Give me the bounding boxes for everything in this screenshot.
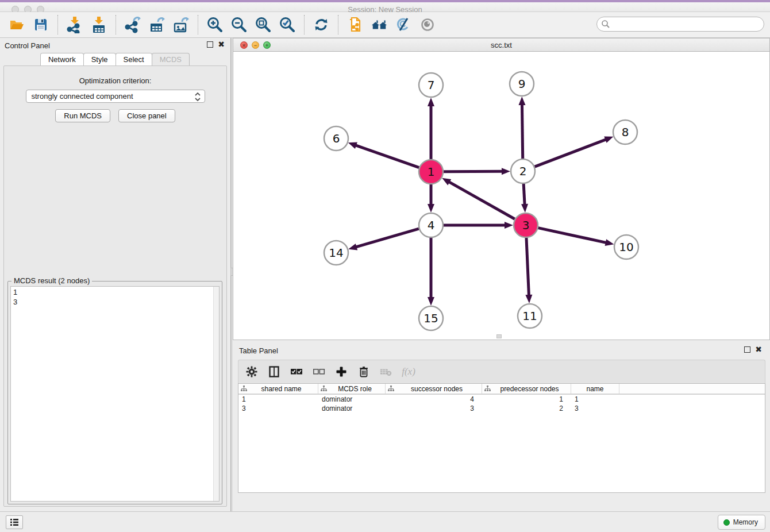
search-icon: [601, 20, 610, 29]
table-cell[interactable]: 2: [482, 404, 571, 413]
toolbar-separator: [338, 15, 338, 34]
network-view-window: × − + scc.txt 1234678910111415: [233, 38, 770, 340]
memory-button[interactable]: Memory: [718, 515, 765, 530]
network-window-title: scc.txt: [233, 41, 769, 49]
zoom-out-icon[interactable]: [230, 16, 248, 33]
column-header-shared-name[interactable]: shared name: [238, 384, 318, 394]
graph-edge-1-6[interactable]: [356, 145, 419, 168]
graph-edge-2-8[interactable]: [535, 140, 606, 167]
table-cell[interactable]: 3: [238, 404, 318, 413]
graph-arrowhead: [428, 204, 434, 213]
graph-arrowhead: [347, 244, 357, 253]
column-type-icon: [241, 385, 247, 392]
tab-mcds[interactable]: MCDS: [152, 53, 190, 65]
delete-icon[interactable]: [357, 365, 370, 378]
toolbar-separator: [57, 15, 58, 34]
table-cell[interactable]: dominator: [318, 395, 386, 403]
select-stepper-icon: [194, 92, 201, 102]
graph-edge-1-2[interactable]: [444, 171, 502, 172]
zoom-fit-icon[interactable]: [255, 16, 272, 33]
search-input[interactable]: [596, 17, 764, 32]
export-network-icon[interactable]: [124, 16, 141, 33]
tab-style[interactable]: Style: [83, 53, 116, 65]
column-header-successor-nodes[interactable]: successor nodes: [386, 384, 482, 394]
table-cell[interactable]: dominator: [318, 404, 386, 413]
app-titlebar: Session: New Session: [0, 0, 770, 12]
graph-edge-2-9[interactable]: [522, 105, 522, 159]
close-table-panel-icon[interactable]: ✖: [755, 346, 762, 353]
settings-gear-icon[interactable]: [245, 365, 258, 378]
graph-edge-3-1[interactable]: [449, 182, 514, 219]
column-header-MCDS-role[interactable]: MCDS role: [318, 384, 386, 394]
result-scrollbar[interactable]: [213, 287, 219, 501]
zoom-selected-icon[interactable]: [279, 16, 296, 33]
export-table-icon[interactable]: [148, 16, 165, 33]
deselect-all-icon[interactable]: [313, 365, 325, 378]
save-session-icon[interactable]: [32, 16, 49, 33]
list-icon: [10, 518, 19, 526]
network-window-titlebar[interactable]: × − + scc.txt: [233, 38, 769, 52]
canvas-resize-grip[interactable]: [496, 334, 502, 338]
delete-table-icon: [380, 365, 392, 378]
graph-node-label: 4: [428, 218, 435, 232]
tab-select[interactable]: Select: [116, 53, 152, 65]
new-network-from-selection-icon[interactable]: [346, 16, 364, 33]
tab-network[interactable]: Network: [40, 53, 84, 65]
table-cell[interactable]: 3: [571, 404, 619, 413]
column-header-label: predecessor nodes: [491, 385, 568, 393]
float-table-panel-icon[interactable]: [744, 346, 750, 353]
zoom-in-icon[interactable]: [206, 16, 224, 33]
table-header-row[interactable]: shared nameMCDS rolesuccessor nodesprede…: [238, 384, 765, 395]
graph-edge-3-10[interactable]: [538, 228, 606, 243]
column-header-predecessor-nodes[interactable]: predecessor nodes: [482, 384, 571, 394]
add-icon[interactable]: [335, 365, 348, 378]
table-cell[interactable]: 3: [386, 404, 482, 413]
column-header-label: MCDS role: [327, 385, 383, 393]
graph-edge-3-11[interactable]: [526, 238, 529, 295]
graph-node-label: 7: [428, 78, 435, 92]
memory-status-icon: [723, 519, 730, 526]
select-all-icon[interactable]: [290, 365, 303, 378]
node-table[interactable]: shared nameMCDS rolesuccessor nodesprede…: [238, 383, 765, 493]
table-cell[interactable]: 1: [482, 395, 571, 403]
mcds-tab-content: Optimization criterion: strongly connect…: [3, 65, 227, 507]
open-session-icon[interactable]: [8, 16, 25, 33]
table-row[interactable]: 3dominator323: [238, 404, 765, 413]
toggle-columns-icon[interactable]: [268, 365, 280, 378]
graph-node-label: 1: [428, 165, 435, 179]
graph-node-label: 14: [329, 246, 343, 260]
table-cell[interactable]: 4: [386, 395, 482, 403]
table-row[interactable]: 1dominator411: [238, 395, 765, 404]
refresh-icon[interactable]: [313, 16, 330, 33]
main-toolbar: [0, 12, 770, 38]
export-image-icon[interactable]: [172, 16, 190, 33]
table-cell[interactable]: 1: [238, 395, 318, 403]
graph-node-label: 8: [622, 125, 629, 139]
graph-edge-4-14[interactable]: [356, 229, 419, 247]
graph-node-label: 9: [518, 77, 526, 91]
show-graphics-details-icon[interactable]: [395, 16, 412, 33]
import-network-icon[interactable]: [66, 16, 83, 33]
graph-edge-2-3[interactable]: [523, 184, 525, 205]
eye-icon: [419, 16, 436, 33]
first-neighbors-icon[interactable]: [371, 16, 388, 33]
table-cell[interactable]: 1: [571, 395, 619, 403]
mcds-result-textarea[interactable]: 1 3: [10, 286, 220, 502]
graph-node-label: 6: [333, 132, 340, 145]
optimization-criterion-select[interactable]: strongly connected component: [26, 90, 205, 103]
network-graph[interactable]: 1234678910111415: [233, 52, 769, 340]
column-header-name[interactable]: name: [571, 384, 619, 394]
graph-arrowhead: [428, 98, 434, 106]
graph-node-label: 15: [424, 311, 438, 325]
mcds-result-groupbox: MCDS result (2 nodes) 1 3: [7, 281, 222, 504]
optimization-criterion-value: strongly connected component: [32, 92, 133, 101]
close-panel-button[interactable]: Close panel: [118, 109, 175, 122]
close-panel-icon[interactable]: ✖: [218, 41, 225, 48]
mcds-result-title: MCDS result (2 nodes): [11, 276, 92, 285]
run-mcds-button[interactable]: Run MCDS: [55, 109, 110, 122]
network-canvas[interactable]: 1234678910111415: [233, 52, 769, 340]
column-header-label: name: [573, 385, 617, 393]
import-table-icon[interactable]: [90, 16, 107, 33]
task-history-button[interactable]: [6, 515, 23, 529]
float-panel-icon[interactable]: [207, 41, 213, 48]
